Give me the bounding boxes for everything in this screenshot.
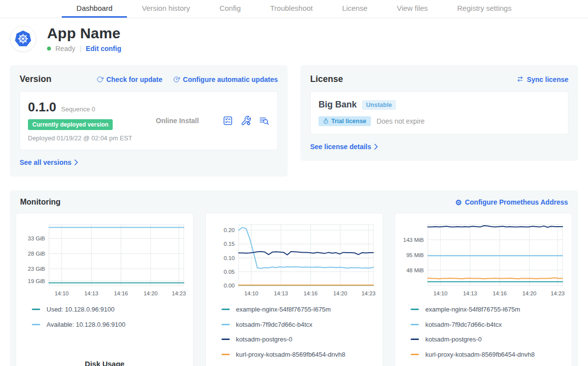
svg-text:14:23: 14:23 <box>172 290 186 296</box>
edit-config-version-button[interactable] <box>241 115 251 126</box>
svg-text:95 MiB: 95 MiB <box>406 252 424 258</box>
svg-text:14:20: 14:20 <box>144 290 158 296</box>
memory-usage-panel: 48 MiB95 MiB143 MiB14:1014:1314:1614:201… <box>394 213 572 366</box>
legend-label: kurl-proxy-kotsadm-8569fb6454-dnvh8 <box>425 351 535 358</box>
svg-text:0.05: 0.05 <box>223 269 234 275</box>
svg-text:143 MiB: 143 MiB <box>403 237 424 243</box>
svg-text:14:13: 14:13 <box>84 290 98 296</box>
ready-dot-icon <box>47 47 51 51</box>
legend-item: Used: 10.128.0.96:9100 <box>32 306 189 313</box>
legend-item: example-nginx-54f8f76755-l675m <box>221 306 379 313</box>
legend-swatch-icon <box>411 309 419 310</box>
svg-text:28 GiB: 28 GiB <box>28 251 45 257</box>
gear-icon: ⚙ <box>455 199 462 206</box>
see-all-versions-link[interactable]: See all versions <box>20 158 78 166</box>
svg-text:14:20: 14:20 <box>333 290 347 296</box>
see-license-details-link[interactable]: See license details <box>310 143 378 151</box>
svg-text:0.20: 0.20 <box>223 227 234 233</box>
svg-text:14:13: 14:13 <box>273 290 288 296</box>
legend-swatch-icon <box>411 339 419 340</box>
logs-search-icon <box>259 115 270 126</box>
chart-panels-row: 19 GiB23 GiB28 GiB33 GiB14:1014:1314:161… <box>16 213 572 366</box>
chart-title: Disk Usage <box>20 360 189 366</box>
tab-view-files[interactable]: View files <box>382 0 442 18</box>
edit-config-link[interactable]: Edit config <box>86 45 121 52</box>
tab-config[interactable]: Config <box>205 0 255 18</box>
sync-arrows-icon <box>516 76 524 83</box>
monitoring-section: Monitoring ⚙ Configure Prometheus Addres… <box>10 190 578 366</box>
legend-swatch-icon <box>411 354 419 355</box>
license-card-title: License <box>310 74 343 84</box>
legend-label: example-nginx-54f8f76755-l675m <box>425 306 520 313</box>
legend-label: kotsadm-postgres-0 <box>425 336 482 343</box>
legend-label: kotsadm-postgres-0 <box>236 336 293 343</box>
legend-swatch-icon <box>221 354 230 355</box>
svg-text:14:20: 14:20 <box>522 290 537 296</box>
tab-troubleshoot[interactable]: Troubleshoot <box>255 0 327 18</box>
tab-registry-settings[interactable]: Registry settings <box>442 0 526 18</box>
app-logo <box>10 26 36 52</box>
svg-text:14:10: 14:10 <box>54 290 69 296</box>
version-card: Version Check for update Configure autom… <box>10 65 288 177</box>
trial-license-badge: Trial license <box>318 116 371 126</box>
version-number: 0.1.0 <box>28 100 56 115</box>
legend-label: Available: 10.128.0.96:9100 <box>47 321 125 328</box>
checklist-icon <box>222 115 233 126</box>
svg-text:14:10: 14:10 <box>433 290 447 296</box>
legend-swatch-icon <box>32 324 40 325</box>
tab-license[interactable]: License <box>327 0 382 18</box>
stopwatch-icon <box>323 118 329 124</box>
legend-item: kotsadm-postgres-0 <box>221 336 379 343</box>
disk-usage-panel: 19 GiB23 GiB28 GiB33 GiB14:1014:1314:161… <box>16 213 194 366</box>
sync-license-button[interactable]: Sync license <box>516 76 568 83</box>
license-panel: Big Bank Unstable Trial license Does not… <box>310 91 568 134</box>
svg-text:33 GiB: 33 GiB <box>28 235 45 241</box>
app-header: App Name Ready | Edit config <box>10 25 578 52</box>
disk-usage-legend: Used: 10.128.0.96:9100Available: 10.128.… <box>20 306 189 336</box>
license-expiry: Does not expire <box>377 117 425 125</box>
current-version-panel: 0.1.0 Sequence 0 Currently deployed vers… <box>20 91 278 150</box>
configure-automatic-updates-button[interactable]: Configure automatic updates <box>173 76 278 83</box>
legend-item: example-nginx-54f8f76755-l675m <box>411 306 568 313</box>
configure-prometheus-button[interactable]: ⚙ Configure Prometheus Address <box>455 198 568 206</box>
license-card: License Sync license Big Bank Unstable <box>300 65 578 161</box>
tab-dashboard[interactable]: Dashboard <box>62 0 127 18</box>
legend-label: Used: 10.128.0.96:9100 <box>47 306 115 313</box>
legend-swatch-icon <box>221 339 230 340</box>
check-for-update-button[interactable]: Check for update <box>97 76 162 83</box>
svg-text:14:23: 14:23 <box>551 290 565 296</box>
svg-text:0.00: 0.00 <box>223 283 234 288</box>
legend-label: kotsadm-7f9dc7d66c-b4tcx <box>236 321 313 328</box>
version-sequence: Sequence 0 <box>61 105 95 113</box>
memory-usage-chart: 48 MiB95 MiB143 MiB14:1014:1314:1614:201… <box>401 220 565 299</box>
preflight-checks-button[interactable] <box>222 115 233 126</box>
install-type-label: Online Install <box>153 117 222 125</box>
channel-badge: Unstable <box>362 100 396 110</box>
svg-text:14:16: 14:16 <box>303 290 318 296</box>
svg-text:19 GiB: 19 GiB <box>28 278 45 284</box>
page-title: App Name <box>47 25 121 42</box>
main-content: App Name Ready | Edit config Version Ch <box>0 25 588 366</box>
kubernetes-logo-icon <box>14 30 32 48</box>
legend-swatch-icon <box>32 309 40 310</box>
top-nav: DashboardVersion historyConfigTroublesho… <box>0 0 588 18</box>
legend-label: example-nginx-54f8f76755-l675m <box>236 306 331 313</box>
legend-swatch-icon <box>411 324 419 325</box>
status-badge: Ready <box>55 45 75 52</box>
svg-text:23 GiB: 23 GiB <box>28 266 45 272</box>
chevron-right-icon <box>74 159 78 165</box>
view-deploy-logs-button[interactable] <box>259 115 270 126</box>
app-status-row: Ready | Edit config <box>47 45 121 52</box>
disk-usage-chart: 19 GiB23 GiB28 GiB33 GiB14:1014:1314:161… <box>23 220 187 299</box>
svg-text:14:13: 14:13 <box>463 290 477 296</box>
tab-version-history[interactable]: Version history <box>127 0 204 18</box>
deployed-timestamp: Deployed 01/19/22 @ 02:04 pm EST <box>28 134 153 142</box>
wrench-gear-icon <box>241 115 251 126</box>
legend-item: Available: 10.128.0.96:9100 <box>32 321 189 328</box>
cpu-usage-chart: 0.000.050.100.150.2014:1014:1314:1614:20… <box>212 220 376 299</box>
legend-item: kurl-proxy-kotsadm-8569fb6454-dnvh8 <box>221 351 379 358</box>
version-card-title: Version <box>20 74 51 84</box>
legend-item: kurl-proxy-kotsadm-8569fb6454-dnvh8 <box>411 351 568 358</box>
legend-swatch-icon <box>221 309 230 310</box>
license-customer-name: Big Bank <box>318 100 357 110</box>
